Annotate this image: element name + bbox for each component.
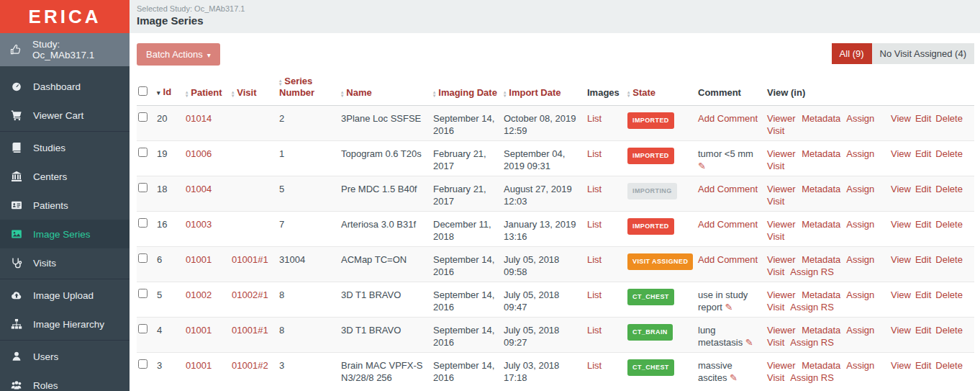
delete-link[interactable]: Delete	[935, 254, 963, 265]
view-in-metadata-link[interactable]: Metadata	[802, 148, 840, 159]
row-checkbox[interactable]	[138, 112, 148, 122]
view-link[interactable]: View	[891, 184, 911, 194]
view-in-metadata-link[interactable]: Metadata	[802, 184, 840, 194]
sidebar-item-image-series[interactable]: Image Series	[0, 220, 130, 248]
patient-link[interactable]: 01001	[186, 325, 212, 336]
images-list-link[interactable]: List	[587, 219, 602, 230]
view-in-metadata-link[interactable]: Metadata	[802, 289, 840, 300]
edit-link[interactable]: Edit	[915, 148, 931, 159]
images-list-link[interactable]: List	[587, 360, 602, 371]
delete-link[interactable]: Delete	[935, 325, 963, 336]
view-link[interactable]: View	[891, 289, 911, 300]
sidebar-item-image-hierarchy[interactable]: Image Hierarchy	[0, 310, 130, 338]
images-list-link[interactable]: List	[587, 289, 602, 300]
view-in-viewer-link[interactable]: Viewer	[767, 360, 796, 371]
view-in-metadata-link[interactable]: Metadata	[802, 219, 840, 230]
visit-link[interactable]: 01001#1	[232, 325, 268, 336]
view-in-assign-rs-link[interactable]: Assign RS	[790, 302, 834, 313]
row-checkbox[interactable]	[138, 359, 148, 369]
view-link[interactable]: View	[891, 254, 911, 265]
sidebar-item-visits[interactable]: Visits	[0, 248, 130, 277]
edit-link[interactable]: Edit	[915, 184, 931, 194]
view-in-metadata-link[interactable]: Metadata	[802, 113, 840, 124]
sidebar-item-image-upload[interactable]: Image Upload	[0, 281, 130, 310]
images-list-link[interactable]: List	[587, 184, 602, 194]
edit-link[interactable]: Edit	[915, 289, 931, 300]
delete-link[interactable]: Delete	[935, 219, 963, 230]
row-checkbox[interactable]	[138, 324, 148, 333]
batch-actions-button[interactable]: Batch Actions▾	[137, 43, 220, 66]
edit-comment-pencil-icon[interactable]: ✎	[730, 372, 738, 383]
view-in-viewer-link[interactable]: Viewer	[767, 148, 796, 159]
view-in-assign-rs-link[interactable]: Assign RS	[790, 337, 834, 348]
sidebar-item-centers[interactable]: Centers	[0, 162, 130, 191]
patient-link[interactable]: 01001	[186, 254, 212, 265]
visit-link[interactable]: 01001#2	[232, 360, 268, 371]
view-in-viewer-link[interactable]: Viewer	[767, 184, 796, 194]
visit-link[interactable]: 01002#1	[232, 289, 268, 300]
select-all-checkbox[interactable]	[138, 86, 148, 96]
edit-comment-pencil-icon[interactable]: ✎	[698, 161, 706, 171]
view-in-viewer-link[interactable]: Viewer	[767, 219, 796, 230]
sidebar-item-users[interactable]: Users	[0, 342, 130, 371]
add-comment-link[interactable]: Add Comment	[698, 219, 758, 230]
column-patient[interactable]: ▴▾Patient	[184, 71, 230, 106]
images-list-link[interactable]: List	[587, 325, 602, 336]
column-id[interactable]: ▾Id	[155, 71, 184, 106]
view-link[interactable]: View	[891, 219, 911, 230]
patient-link[interactable]: 01014	[186, 113, 212, 124]
row-checkbox[interactable]	[138, 183, 148, 192]
tab-no-visit-assigned-4-[interactable]: No Visit Assigned (4)	[872, 43, 974, 64]
sidebar-item-study[interactable]: Study: Oc_MAb317.1	[0, 33, 130, 66]
patient-link[interactable]: 01006	[186, 148, 212, 159]
column-import-date[interactable]: ▴▾Import Date	[502, 71, 586, 106]
patient-link[interactable]: 01002	[186, 289, 212, 300]
view-in-assign-rs-link[interactable]: Assign RS	[790, 266, 834, 277]
column-imaging-date[interactable]: ▴▾Imaging Date	[432, 71, 502, 106]
view-link[interactable]: View	[891, 148, 911, 159]
images-list-link[interactable]: List	[587, 113, 602, 124]
view-link[interactable]: View	[891, 325, 911, 336]
sidebar-item-studies[interactable]: Studies	[0, 133, 130, 162]
sidebar-item-patients[interactable]: Patients	[0, 191, 130, 220]
view-in-metadata-link[interactable]: Metadata	[802, 360, 840, 371]
delete-link[interactable]: Delete	[935, 148, 963, 159]
delete-link[interactable]: Delete	[935, 360, 963, 371]
edit-link[interactable]: Edit	[915, 219, 931, 230]
sidebar-item-dashboard[interactable]: Dashboard	[0, 72, 130, 101]
add-comment-link[interactable]: Add Comment	[698, 254, 758, 265]
tab-all-9-[interactable]: All (9)	[832, 43, 872, 64]
row-checkbox[interactable]	[138, 218, 148, 228]
delete-link[interactable]: Delete	[935, 184, 963, 194]
row-checkbox[interactable]	[138, 289, 148, 298]
view-link[interactable]: View	[891, 113, 911, 124]
sidebar-item-roles[interactable]: Roles	[0, 371, 130, 391]
view-in-assign-rs-link[interactable]: Assign RS	[790, 372, 834, 383]
edit-comment-pencil-icon[interactable]: ✎	[745, 337, 753, 348]
column-visit[interactable]: ▴▾Visit	[230, 71, 278, 106]
column-state[interactable]: ▴▾State	[626, 71, 697, 106]
view-link[interactable]: View	[891, 360, 911, 371]
visit-link[interactable]: 01001#1	[232, 254, 268, 265]
edit-link[interactable]: Edit	[915, 254, 931, 265]
patient-link[interactable]: 01003	[186, 219, 212, 230]
patient-link[interactable]: 01004	[186, 184, 212, 194]
add-comment-link[interactable]: Add Comment	[698, 184, 758, 194]
view-in-metadata-link[interactable]: Metadata	[802, 254, 840, 265]
column-name[interactable]: ▴▾Name	[340, 71, 432, 106]
delete-link[interactable]: Delete	[935, 289, 963, 300]
row-checkbox[interactable]	[138, 253, 148, 263]
add-comment-link[interactable]: Add Comment	[698, 113, 758, 124]
view-in-viewer-link[interactable]: Viewer	[767, 325, 796, 336]
edit-comment-pencil-icon[interactable]: ✎	[725, 302, 733, 313]
row-checkbox[interactable]	[138, 148, 148, 157]
images-list-link[interactable]: List	[587, 148, 602, 159]
column-series-number[interactable]: ▴▾Series Number	[278, 71, 340, 106]
patient-link[interactable]: 01001	[186, 360, 212, 371]
edit-link[interactable]: Edit	[915, 113, 931, 124]
edit-link[interactable]: Edit	[915, 325, 931, 336]
view-in-metadata-link[interactable]: Metadata	[802, 325, 840, 336]
view-in-viewer-link[interactable]: Viewer	[767, 254, 796, 265]
images-list-link[interactable]: List	[587, 254, 602, 265]
view-in-viewer-link[interactable]: Viewer	[767, 289, 796, 300]
